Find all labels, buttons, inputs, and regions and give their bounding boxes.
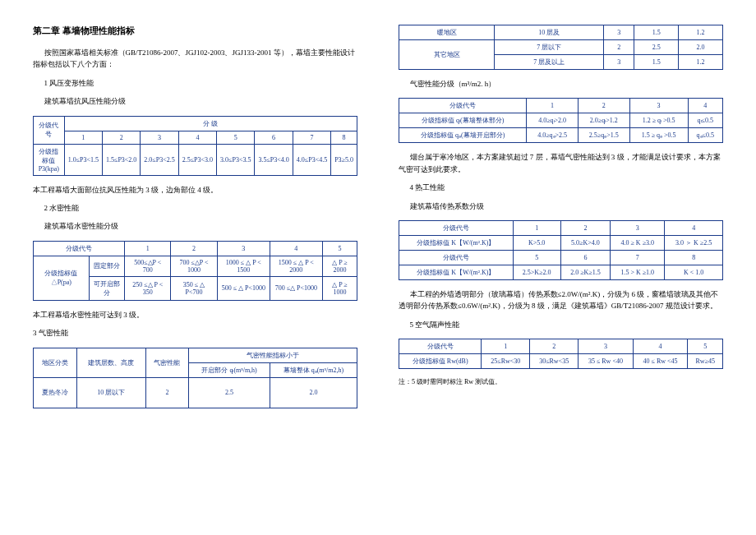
v: 1500 ≤ △ P < 2000 (270, 256, 322, 276)
c: 3 (141, 131, 178, 144)
v: 35 ≤ Rw <40 (579, 354, 634, 369)
v: 1.5 > K ≥1.0 (611, 265, 665, 279)
table-sound: 分级代号 12345 分级指标值 Rw(dB) 25≤Rw<3030≤Rw<35… (399, 339, 723, 369)
c: 7 (293, 131, 330, 144)
c: 1 (527, 99, 579, 113)
c: 2 (103, 131, 141, 144)
c: 1 (125, 241, 171, 256)
v: 30≤Rw<35 (530, 354, 579, 369)
c: 5 (322, 241, 357, 256)
v: K < 1.0 (665, 265, 723, 279)
c: 1 (64, 131, 102, 144)
v: 2.5≤P3<3.0 (178, 144, 216, 175)
v: 1000 ≤ △ P < 1500 (217, 256, 270, 276)
v: 1.2 ≥ qₗ >0.5 (629, 113, 688, 128)
v: 2.5>K≥2.0 (513, 265, 560, 279)
v: P3≥5.0 (331, 144, 357, 175)
v: 1.0≤P3<1.5 (64, 144, 102, 175)
c: 8 (665, 250, 723, 265)
r: 分级指标值 K【W/(m².K)】 (399, 265, 514, 279)
c: 4 (688, 99, 722, 113)
v: 3 (604, 25, 634, 40)
r: 分级指标值 K【W/(m².K)】 (399, 235, 514, 250)
c: 3 (217, 241, 270, 256)
s4-concl: 本工程的外墙透明部分（玻璃幕墙）传热系数≤2.0W/(m².K)，分级为 6 级… (399, 288, 723, 312)
h: 分级代号 (34, 116, 65, 144)
right-column: 暖地区 10 层及 3 1.5 1.2 其它地区 7 层以下 2 2.5 2.0… (399, 16, 723, 417)
table-wind: 分级代号 分 级 12345678 分级指标值P3(kpa) 1.0≤P3<1.… (33, 116, 357, 176)
v: 7 层及以上 (495, 55, 604, 70)
v: 4.0 ≥ K ≥3.0 (611, 235, 665, 250)
v: 1.5 (634, 55, 679, 70)
r: 固定部分 (89, 256, 125, 276)
h: 其它地区 (399, 40, 495, 70)
h: 分级指标值△P(pa) (34, 256, 90, 300)
v: 1.2 (679, 25, 723, 40)
left-column: 第二章 幕墙物理性能指标 按照国家幕墙相关标准（GB/T21086-2007、J… (33, 16, 357, 417)
v: 2.0 ≥K≥1.5 (560, 265, 611, 279)
v: 500≤△P < 700 (125, 256, 171, 276)
c: 5 (513, 250, 560, 265)
c: 2 (578, 99, 629, 113)
h: 分级指标值P3(kpa) (34, 144, 65, 175)
v: 2.0≤P3<2.5 (141, 144, 178, 175)
table-water: 分级代号 12345 分级指标值△P(pa) 固定部分 500≤△P < 700… (33, 241, 357, 301)
h: 幕墙整体 qₐ(m³/m2,h) (270, 362, 357, 377)
v: 2.5 (189, 377, 270, 408)
v: qₗ≤0.5 (688, 113, 722, 128)
v: 2.5≥qₐ>1.5 (578, 128, 629, 143)
v: 夏热冬冷 (34, 377, 77, 408)
v: 3.0≤P3<3.5 (217, 144, 255, 175)
doc-title: 第二章 幕墙物理性能指标 (33, 25, 357, 37)
c: 4 (178, 131, 216, 144)
v: 250 ≤△ P < 350 (125, 276, 171, 300)
s1-heading: 1 风压变形性能 (33, 77, 357, 89)
v: 2 (604, 40, 634, 55)
v: 1.2 (679, 55, 723, 70)
v: 4.0≤P3<4.5 (293, 144, 330, 175)
table-thermal: 分级代号 1234 分级指标值 K【W/(m².K)】 K>5.05.0≥K>4… (399, 220, 723, 280)
v: 700 ≤△ P<1000 (270, 276, 322, 300)
v: K>5.0 (513, 235, 560, 250)
c: 2 (530, 339, 579, 354)
v: 10 层以下 (76, 377, 145, 408)
table-air-1: 地区分类 建筑层数、高度 气密性能 气密性能指标小于 开启部分 qₗ(m³/m,… (33, 348, 357, 408)
v: 3 (604, 55, 634, 70)
s5-note: 注：5 级时需同时标注 Rw 测试值。 (399, 377, 723, 388)
v: 4.0≥qₗ>2.0 (527, 113, 579, 128)
v: 2.0 (270, 377, 357, 408)
v: 350 ≤ △ P<700 (171, 276, 218, 300)
v: Rw≥45 (688, 354, 723, 369)
h: 开启部分 qₗ(m³/m,h) (189, 362, 270, 377)
v: 2 (145, 377, 189, 408)
v: 1.5 ≥ qₐ >0.5 (629, 128, 688, 143)
v: 700 ≤△P < 1000 (171, 256, 218, 276)
r: 可开启部分 (89, 276, 125, 300)
h: 分 级 (64, 116, 357, 131)
h: 分级代号 (399, 339, 482, 354)
v: 1.5≤P3<2.0 (103, 144, 141, 175)
h: 分级代号 (34, 241, 125, 256)
c: 7 (611, 250, 665, 265)
v: 5.0≥K>4.0 (560, 235, 611, 250)
v: 500 ≤ △ P<1000 (217, 276, 270, 300)
v: △ P ≥ 2000 (322, 256, 357, 276)
v: 2.5 (634, 40, 679, 55)
c: 3 (629, 99, 688, 113)
s1-concl: 本工程幕墙大面部位抗风压性能为 3 级，边角部位 4 级。 (33, 184, 357, 196)
s3b-concl: 烟台属于寒冷地区，本方案建筑超过 7 层，幕墙气密性能达到 3 级，才能满足设计… (399, 151, 723, 175)
v: 40 ≤ Rw <45 (633, 354, 688, 369)
h: 分级代号 (399, 250, 514, 265)
v: 4.0≥qₐ>2.5 (527, 128, 579, 143)
air-grade-title: 气密性能分级（m³/m2. h） (399, 78, 723, 90)
c: 4 (633, 339, 688, 354)
c: 3 (611, 220, 665, 235)
h: 分级代号 (399, 220, 514, 235)
h: 地区分类 (34, 348, 77, 377)
intro-text: 按照国家幕墙相关标准（GB/T21086-2007、JGJ102-2003、JG… (33, 47, 357, 71)
h: 暖地区 (399, 25, 495, 40)
h: 气密性能指标小于 (189, 348, 357, 362)
v: 3.5≤P3<4.0 (255, 144, 293, 175)
c: 2 (560, 220, 611, 235)
c: 5 (217, 131, 255, 144)
